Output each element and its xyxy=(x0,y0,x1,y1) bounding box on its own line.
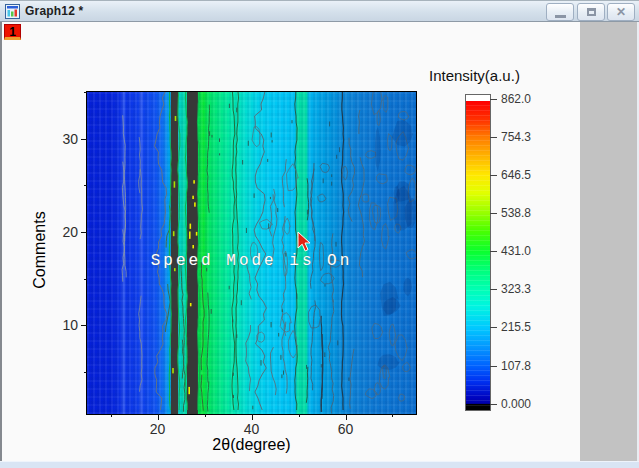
y-axis-label: Comments xyxy=(31,211,49,288)
tick-label: 60 xyxy=(338,421,354,437)
tick-label: 10 xyxy=(62,317,78,333)
tick-mark xyxy=(490,327,497,328)
tick-label: 538.8 xyxy=(501,206,531,220)
tick-mark xyxy=(158,414,159,420)
origin-app-screenshot: Graph12 * ✕ 1 Speed Mode is On 204060 10… xyxy=(0,0,639,468)
tick-label: 30 xyxy=(62,131,78,147)
tick-label: 646.5 xyxy=(501,168,531,182)
tick-mark xyxy=(490,175,497,176)
tick-label: 323.3 xyxy=(501,282,531,296)
colorbar-title: Intensity(a.u.) xyxy=(429,67,520,84)
tick-label: 754.3 xyxy=(501,130,531,144)
tick-label: 862.0 xyxy=(501,92,531,106)
workspace-background xyxy=(580,22,637,461)
speed-mode-banner: Speed Mode is On xyxy=(87,252,416,270)
tick-label: 20 xyxy=(62,224,78,240)
tick-label: 431.0 xyxy=(501,244,531,258)
layer-1-badge[interactable]: 1 xyxy=(4,24,21,40)
plot-frame: Speed Mode is On 204060 102030 xyxy=(86,91,417,415)
tick-mark xyxy=(490,251,497,252)
tick-mark xyxy=(205,414,206,417)
graph-window-icon xyxy=(5,4,20,19)
window-titlebar[interactable]: Graph12 * ✕ xyxy=(0,0,639,22)
close-button[interactable]: ✕ xyxy=(607,3,635,21)
colorbar-gradient xyxy=(466,95,490,410)
window-bottom-border xyxy=(0,461,639,468)
tick-label: 215.5 xyxy=(501,320,531,334)
tick-label: 0.000 xyxy=(501,397,531,411)
tick-mark xyxy=(346,414,347,420)
tick-mark xyxy=(392,414,393,417)
tick-mark xyxy=(111,414,112,417)
tick-mark xyxy=(490,404,497,405)
tick-mark xyxy=(490,366,497,367)
tick-mark xyxy=(252,414,253,420)
x-axis-label: 2θ(degree) xyxy=(86,436,417,454)
minimize-button[interactable] xyxy=(546,3,574,21)
maximize-button[interactable] xyxy=(577,3,605,21)
tick-mark xyxy=(299,414,300,417)
tick-mark xyxy=(490,213,497,214)
tick-label: 20 xyxy=(150,421,166,437)
minimize-icon xyxy=(555,15,566,18)
window-title: Graph12 * xyxy=(25,4,84,18)
mouse-cursor-icon xyxy=(297,231,313,253)
tick-mark xyxy=(490,99,497,100)
maximize-icon xyxy=(587,8,596,16)
tick-label: 40 xyxy=(244,421,260,437)
colorbar[interactable]: 862.0754.3646.5538.8431.0323.3215.5107.8… xyxy=(465,94,491,411)
plot-area[interactable]: Speed Mode is On xyxy=(87,92,416,414)
tick-mark xyxy=(490,289,497,290)
tick-mark xyxy=(490,137,497,138)
tick-label: 107.8 xyxy=(501,359,531,373)
close-icon: ✕ xyxy=(616,6,626,18)
graph-page: 1 Speed Mode is On 204060 102030 2θ(degr… xyxy=(2,22,580,461)
